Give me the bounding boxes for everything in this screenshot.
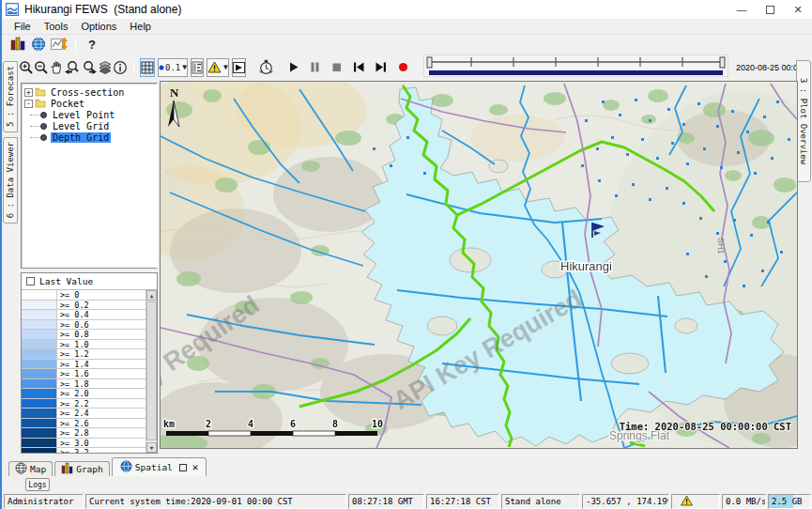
legend-scrollbar[interactable]: ▲ ▼	[146, 290, 157, 453]
legend-list: >= 0>= 0.2>= 0.4>= 0.6>= 0.8>= 1.0>= 1.2…	[22, 290, 146, 453]
legend-row[interactable]: >= 2.0	[22, 389, 146, 399]
svg-text:km: km	[163, 419, 175, 429]
maximize-tab-icon[interactable]	[179, 464, 187, 471]
animation-display-button[interactable]	[232, 58, 246, 77]
menu-item-file[interactable]: File	[8, 21, 38, 32]
menu-item-help[interactable]: Help	[123, 21, 158, 32]
minimize-button[interactable]: —	[728, 0, 756, 19]
collapse-icon[interactable]: -	[24, 100, 33, 108]
legend-row[interactable]: >= 1.0	[22, 340, 146, 350]
scroll-up-icon[interactable]: ▲	[146, 290, 157, 301]
tree-item-pocket[interactable]: -Pocket	[22, 98, 157, 109]
zoom-previous-icon[interactable]	[64, 59, 81, 76]
timeline-slider[interactable]	[423, 54, 728, 81]
legend-value-label: >= 3.2	[57, 448, 146, 453]
legend-row[interactable]: >= 3.2	[22, 448, 146, 453]
status-warning[interactable]	[671, 494, 720, 509]
map-globe-icon	[15, 462, 27, 476]
legend-row[interactable]: >= 0.8	[22, 330, 146, 340]
record-button[interactable]	[397, 61, 409, 73]
skip-to-end-button[interactable]	[375, 61, 388, 73]
tab-plot-overview[interactable]: 3 : Plot Overview	[796, 60, 811, 182]
legend-row[interactable]: >= 0.2	[22, 301, 146, 311]
legend-value-label: >= 1.6	[57, 369, 146, 378]
maximize-button[interactable]	[756, 0, 784, 19]
timeseries-chart-icon[interactable]	[49, 36, 69, 53]
database-icon[interactable]	[8, 36, 28, 53]
legend-row[interactable]: >= 2.2	[22, 399, 146, 409]
close-button[interactable]: ✕	[784, 0, 812, 19]
toolbar-separator	[75, 38, 76, 51]
map-canvas[interactable]: SH1 API Key Required API Key Required Hi…	[161, 82, 797, 448]
status-time-gmt: 08:27:18 GMT	[348, 494, 424, 509]
legend-row[interactable]: >= 0.6	[22, 320, 146, 331]
pan-hand-icon[interactable]	[49, 59, 64, 76]
status-text: 0.0 MB/s	[726, 497, 766, 506]
legend-row[interactable]: >= 2.8	[22, 428, 146, 439]
legend-row[interactable]: >= 1.6	[22, 369, 146, 379]
grid-display-button[interactable]	[140, 58, 155, 77]
bottom-tab-bar: MapGraphSpatial✕	[2, 456, 812, 476]
zoom-next-icon[interactable]	[81, 59, 98, 76]
stop-button[interactable]	[330, 61, 343, 73]
main-toolbar: ?	[2, 35, 812, 54]
legend-swatch	[22, 360, 57, 369]
zoom-in-icon[interactable]	[19, 59, 34, 76]
scrollbar-thumb[interactable]	[146, 301, 157, 440]
logs-button[interactable]: Logs	[25, 478, 50, 491]
legend-row[interactable]: >= 3.0	[22, 439, 146, 449]
tab-forecast[interactable]: 5 : Forecast	[3, 61, 18, 132]
legend-swatch	[22, 369, 57, 378]
contour-interval-dropdown[interactable]: 0.1 ▼	[158, 58, 188, 77]
legend-row[interactable]: >= 1.4	[22, 360, 146, 370]
tree-item-depth-grid[interactable]: Depth Grid	[22, 131, 157, 143]
legend-swatch	[22, 448, 57, 453]
legend-header: Last Value	[22, 273, 157, 290]
svg-text:N: N	[170, 85, 179, 100]
legend-row[interactable]: >= 2.4	[22, 409, 146, 419]
help-button[interactable]: ?	[82, 36, 102, 53]
status-text: 2.5 GB	[772, 497, 803, 506]
globe-icon[interactable]	[28, 36, 49, 53]
scroll-down-icon[interactable]: ▼	[146, 442, 157, 453]
tab-map[interactable]: Map	[8, 461, 53, 476]
node-bullet-icon	[40, 134, 47, 141]
tab-spatial[interactable]: Spatial✕	[112, 457, 207, 476]
legend-row[interactable]: >= 0	[22, 290, 146, 301]
legend-row[interactable]: >= 1.8	[22, 379, 146, 390]
skip-to-start-button[interactable]	[352, 61, 365, 73]
tree-item-level-point[interactable]: Level Point	[22, 109, 157, 120]
legend-value-label: >= 0	[57, 290, 146, 300]
tree-item-cross-section[interactable]: +Cross-section	[22, 86, 157, 98]
legend-row[interactable]: >= 2.6	[22, 419, 146, 429]
close-tab-icon[interactable]: ✕	[192, 461, 199, 473]
menu-item-options[interactable]: Options	[74, 21, 123, 32]
zoom-out-icon[interactable]	[34, 59, 49, 76]
status-coordinates: -35.657 , 174.199	[582, 494, 669, 509]
tree-item-level-grid[interactable]: Level Grid	[22, 120, 157, 131]
layers-icon[interactable]	[98, 59, 113, 76]
pause-button[interactable]	[309, 61, 321, 73]
elevation-button[interactable]	[191, 58, 204, 77]
last-value-checkbox[interactable]	[26, 277, 35, 285]
tree-item-label: Level Grid	[51, 121, 111, 131]
legend-value-label: >= 0.6	[57, 320, 146, 330]
legend-row[interactable]: >= 0.4	[22, 310, 146, 320]
svg-text:6: 6	[290, 419, 296, 429]
time-settings-icon[interactable]	[258, 59, 274, 76]
menu-item-tools[interactable]: Tools	[38, 21, 75, 32]
play-button[interactable]	[287, 61, 299, 73]
warning-threshold-dropdown[interactable]: ▼	[207, 58, 229, 77]
map-view[interactable]: SH1 API Key Required API Key Required Hi…	[160, 81, 798, 449]
status-time-cst: 16:27:18 CST	[426, 494, 499, 509]
legend-value-label: >= 1.2	[57, 349, 146, 359]
tab-data-viewer[interactable]: 6 : Data Viewer	[3, 137, 18, 224]
svg-text:10: 10	[372, 419, 383, 429]
title-bar: Hikurangi FEWS (Stand alone) — ✕	[2, 0, 812, 19]
legend-row[interactable]: >= 1.2	[22, 349, 146, 360]
info-icon[interactable]	[113, 59, 128, 76]
expand-icon[interactable]: +	[24, 88, 33, 97]
tab-graph[interactable]: Graph	[54, 461, 110, 476]
legend-swatch	[22, 419, 57, 428]
filter-tree[interactable]: +Cross-section-PocketLevel PointLevel Gr…	[21, 83, 158, 269]
